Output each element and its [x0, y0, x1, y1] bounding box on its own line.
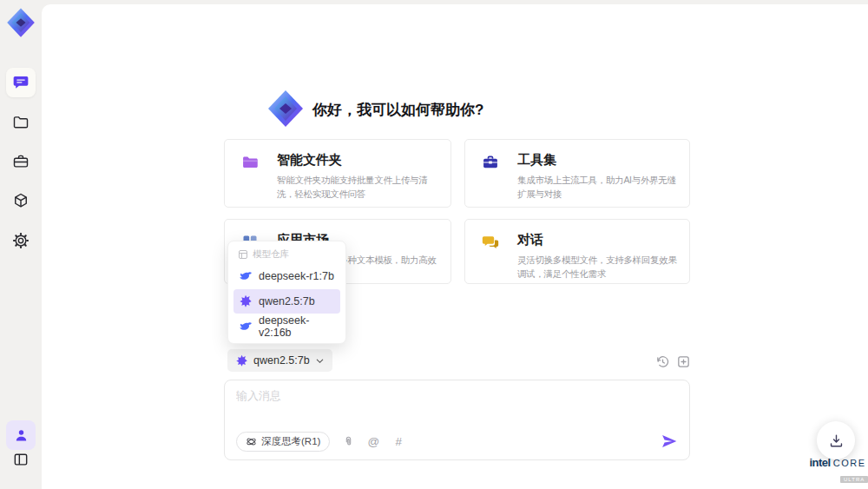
- sidebar-item-chat[interactable]: [6, 68, 36, 97]
- card-smart-folder[interactable]: 智能文件夹 智能文件夹功能支持批量文件上传与清洗，轻松实现文件问答: [224, 139, 451, 208]
- download-button[interactable]: [817, 421, 855, 459]
- card-description: 集成市场上主流工具，助力AI与外界无缝扩展与对接: [517, 173, 681, 201]
- mention-icon[interactable]: @: [366, 434, 380, 448]
- card-title: 智能文件夹: [277, 152, 342, 169]
- composer: 深度思考(R1) @ #: [224, 380, 690, 460]
- user-icon: [13, 427, 30, 444]
- attachment-icon[interactable]: [341, 434, 355, 448]
- chevron-down-icon: [315, 356, 325, 366]
- panel-layout-icon: [12, 451, 30, 468]
- composer-toolbar: 深度思考(R1) @ #: [236, 431, 678, 452]
- page-title: 你好，我可以如何帮助你?: [312, 100, 483, 120]
- toolset-icon: [482, 154, 499, 171]
- card-title: 工具集: [517, 152, 556, 169]
- knowledge-tag-icon[interactable]: #: [391, 434, 405, 448]
- ultra-badge: ULTRA: [840, 476, 868, 483]
- download-icon: [828, 433, 845, 449]
- qwen-icon: [235, 354, 248, 367]
- sidebar-item-toolbox[interactable]: [6, 147, 36, 176]
- qwen-icon: [239, 294, 253, 308]
- repository-icon: [238, 249, 248, 260]
- deepseek-icon: [239, 320, 253, 334]
- sidebar-item-settings[interactable]: [6, 226, 36, 255]
- message-input[interactable]: [236, 388, 677, 425]
- briefcase-icon: [12, 153, 30, 170]
- send-icon[interactable]: [661, 433, 678, 450]
- greeting-logo-icon: [265, 88, 306, 129]
- sidebar-item-files[interactable]: [6, 108, 36, 137]
- model-selector-button[interactable]: qwen2.5:7b: [227, 349, 332, 372]
- card-toolset[interactable]: 工具集 集成市场上主流工具，助力AI与外界无缝扩展与对接: [464, 139, 690, 208]
- card-description: 智能文件夹功能支持批量文件上传与清洗，轻松实现文件问答: [277, 173, 440, 201]
- sidebar-item-models[interactable]: [6, 186, 36, 215]
- intel-core-logo: intel CORE ULTRA: [807, 456, 868, 485]
- deep-think-toggle[interactable]: 深度思考(R1): [236, 432, 330, 452]
- model-option-qwen[interactable]: qwen2.5:7b: [233, 289, 340, 314]
- history-icon[interactable]: [655, 354, 670, 369]
- app-logo-icon: [4, 6, 37, 39]
- sidebar-item-collapse[interactable]: [6, 445, 36, 474]
- cube-icon: [12, 192, 30, 209]
- folder-icon: [12, 114, 30, 131]
- model-dropdown-header: 模型仓库: [228, 246, 345, 263]
- model-selector-label: qwen2.5:7b: [253, 354, 310, 367]
- smart-folder-icon: [241, 154, 259, 171]
- gear-icon: [12, 232, 30, 249]
- deepseek-icon: [239, 269, 253, 283]
- main-panel: 你好，我可以如何帮助你? 智能文件夹 智能文件夹功能支持批量文件上传与清洗，轻松…: [42, 4, 868, 489]
- intel-wordmark: intel: [809, 456, 830, 469]
- card-description: 灵活切换多模型文件，支持多样回复效果调试，满足个性化需求: [517, 253, 681, 281]
- chat-bubble-icon: [12, 74, 30, 91]
- model-option-deepseek-v2[interactable]: deepseek-v2:16b: [233, 314, 340, 339]
- card-dialog[interactable]: 对话 灵活切换多模型文件，支持多样回复效果调试，满足个性化需求: [464, 219, 690, 284]
- model-dropdown: 模型仓库 deepseek-r1:7b qwen2.5:7b deepseek-…: [227, 241, 346, 344]
- card-title: 对话: [517, 232, 543, 248]
- new-chat-icon[interactable]: [676, 354, 691, 369]
- atom-icon: [246, 436, 257, 447]
- sidebar: [0, 0, 42, 489]
- model-option-deepseek-r1[interactable]: deepseek-r1:7b: [233, 264, 340, 288]
- core-wordmark: CORE: [833, 458, 866, 468]
- deep-think-label: 深度思考(R1): [261, 435, 320, 448]
- dialog-icon: [482, 234, 499, 251]
